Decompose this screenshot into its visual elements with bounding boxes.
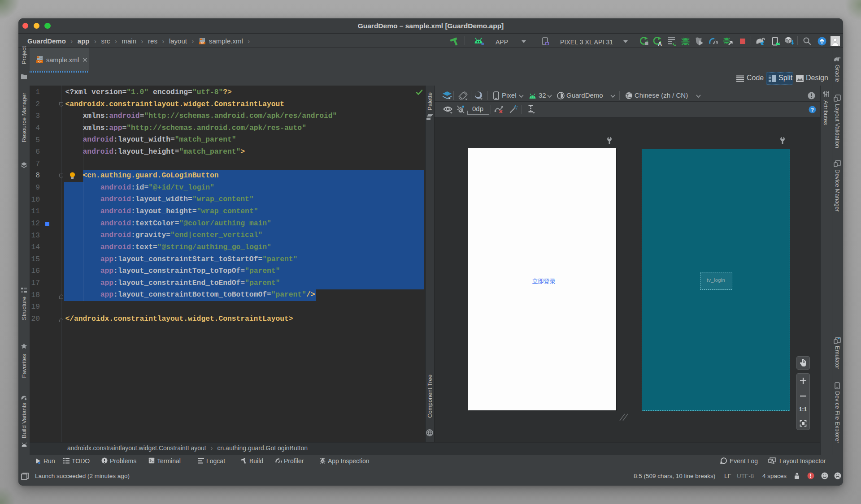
svg-text:A: A [658, 41, 662, 46]
svg-text:<>: <> [200, 41, 204, 44]
svg-text:?: ? [811, 107, 814, 112]
svg-text:<>: <> [38, 60, 41, 63]
